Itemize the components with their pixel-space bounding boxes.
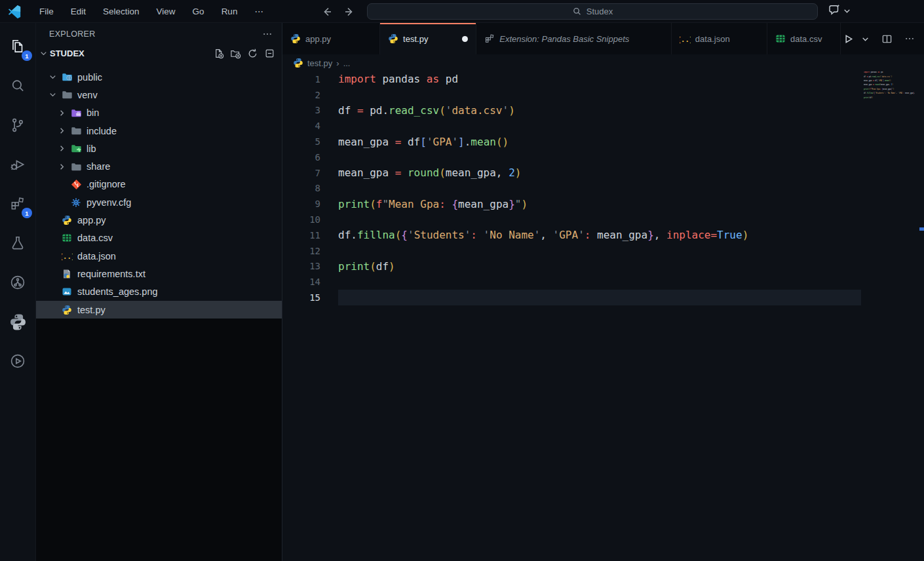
menu-edit[interactable]: Edit <box>62 0 94 23</box>
tab-bar: app.py test.py Extension: Pandas Basic S… <box>282 23 924 54</box>
tree-item-students-ages-png[interactable]: students_ages.png <box>36 283 282 301</box>
tree-item-app-py[interactable]: app.py <box>36 211 282 229</box>
tree-item-label: public <box>77 72 102 83</box>
tree-item--gitignore[interactable]: .gitignore <box>36 176 282 193</box>
copilot-chat-icon <box>827 3 841 18</box>
code-line-6[interactable]: 6 <box>282 149 858 165</box>
new-file-button[interactable] <box>213 48 224 59</box>
folder-gray-icon <box>71 125 82 136</box>
code-line-10[interactable]: 10 <box>282 212 858 227</box>
tree-item-share[interactable]: share <box>36 157 282 175</box>
code-line-5[interactable]: 5mean_gpa = df['GPA'].mean() <box>282 134 858 149</box>
editor-more-actions[interactable] <box>903 32 916 45</box>
line-number: 2 <box>282 90 320 100</box>
play-circle-icon <box>9 353 26 370</box>
tab-data-json[interactable]: {..} data.json <box>672 23 767 54</box>
menu-go[interactable]: Go <box>184 0 213 23</box>
line-number: 1 <box>282 74 320 85</box>
tab-test-py[interactable]: test.py <box>380 23 476 54</box>
code-line-3[interactable]: 3df = pd.read_csv('data.csv') <box>282 103 858 119</box>
tree-item-include[interactable]: include <box>36 122 282 140</box>
editor-group: app.py test.py Extension: Pandas Basic S… <box>282 23 924 561</box>
menu-view[interactable]: View <box>148 0 184 23</box>
activity-run-debug[interactable] <box>3 149 33 180</box>
modified-dot-icon[interactable] <box>462 36 468 42</box>
tree-item-label: test.py <box>77 305 106 315</box>
code-line-8[interactable]: 8 <box>282 181 858 197</box>
code-editor[interactable]: 1import pandas as pd23df = pd.read_csv('… <box>282 71 924 561</box>
folder-public-icon <box>62 71 73 83</box>
line-number: 11 <box>282 230 320 241</box>
code-text: df.fillna({'Students': 'No Name', 'GPA':… <box>320 229 748 241</box>
minimap[interactable]: import pandas as pd df = pd.read_csv('da… <box>864 71 915 203</box>
python-file-icon <box>388 33 398 44</box>
menu-file[interactable]: File <box>31 0 62 23</box>
sidebar-empty-area <box>36 319 282 561</box>
activity-explorer[interactable]: 1 <box>3 31 33 62</box>
python-icon <box>62 305 73 315</box>
chevron-down-icon <box>48 72 62 82</box>
tree-item-bin[interactable]: bin <box>36 104 282 122</box>
tree-item-test-py[interactable]: test.py <box>36 301 282 319</box>
code-line-13[interactable]: 13print(df) <box>282 259 858 275</box>
project-name: STUDEX <box>50 48 85 58</box>
code-text: print(df) <box>320 260 395 273</box>
refresh-explorer-button[interactable] <box>247 48 258 59</box>
search-icon <box>572 7 582 16</box>
breadcrumb-more[interactable]: ... <box>343 58 351 68</box>
tab-extension-pandas[interactable]: Extension: Pandas Basic Snippets <box>476 23 672 54</box>
code-line-9[interactable]: 9print(f"Mean Gpa: {mean_gpa}") <box>282 196 858 212</box>
run-dropdown[interactable] <box>860 33 871 45</box>
code-line-12[interactable]: 12 <box>282 243 858 259</box>
back-arrow-icon[interactable] <box>321 5 334 18</box>
extensions-icon <box>484 33 495 44</box>
code-line-2[interactable]: 2 <box>282 87 858 103</box>
activity-source-control[interactable] <box>3 109 33 141</box>
tab-label: test.py <box>403 34 428 44</box>
chevron-right-icon <box>57 126 71 136</box>
menu-selection[interactable]: Selection <box>94 0 148 23</box>
tree-item-label: data.json <box>77 251 116 261</box>
explorer-actions <box>213 48 275 59</box>
overview-ruler-marker <box>919 227 924 231</box>
explorer-sidebar: EXPLORER STUDEX publicvenvbinincludelibs… <box>36 23 282 561</box>
tree-item-data-csv[interactable]: data.csv <box>36 229 282 247</box>
forward-arrow-icon[interactable] <box>342 5 355 18</box>
new-folder-button[interactable] <box>230 48 241 59</box>
menu-run[interactable]: Run <box>213 0 246 23</box>
activity-testing[interactable] <box>3 227 33 259</box>
tree-item-public[interactable]: public <box>36 68 282 86</box>
menu-bar: File Edit Selection View Go Run ⋯ <box>31 0 272 23</box>
breadcrumb-file[interactable]: test.py <box>307 58 332 68</box>
code-line-14[interactable]: 14 <box>282 274 858 290</box>
activity-git-graph[interactable] <box>3 267 33 298</box>
tab-data-csv[interactable]: data.csv <box>767 23 841 54</box>
tree-item-requirements-txt[interactable]: requirements.txt <box>36 265 282 282</box>
code-line-7[interactable]: 7mean_gpa = round(mean_gpa, 2) <box>282 165 858 181</box>
tree-item-pyvenv-cfg[interactable]: pyvenv.cfg <box>36 193 282 211</box>
activity-code-runner[interactable] <box>3 345 33 377</box>
activity-search[interactable] <box>3 70 33 102</box>
run-button[interactable] <box>841 31 856 47</box>
tree-item-venv[interactable]: venv <box>36 86 282 104</box>
collapse-folders-button[interactable] <box>264 48 275 59</box>
tree-item-lib[interactable]: lib <box>36 140 282 157</box>
commit-graph-icon <box>9 274 26 291</box>
code-line-15[interactable]: 15 <box>282 290 858 305</box>
split-editor-button[interactable] <box>880 32 894 46</box>
sidebar-header: EXPLORER <box>36 23 282 45</box>
copilot-menu[interactable] <box>827 3 851 18</box>
menu-more[interactable]: ⋯ <box>246 0 272 23</box>
code-line-1[interactable]: 1import pandas as pd <box>282 71 858 87</box>
folder-section-header[interactable]: STUDEX <box>36 45 282 62</box>
activity-python[interactable] <box>3 306 33 338</box>
tab-app-py[interactable]: app.py <box>282 23 380 54</box>
python-file-icon <box>293 58 303 68</box>
command-center-search[interactable]: Studex <box>367 3 818 20</box>
explorer-more-actions[interactable] <box>262 29 273 39</box>
code-line-4[interactable]: 4 <box>282 118 858 134</box>
code-text: df = pd.read_csv('data.csv') <box>320 104 515 117</box>
activity-extensions[interactable]: 1 <box>3 188 33 220</box>
tree-item-data-json[interactable]: {..}data.json <box>36 247 282 265</box>
code-line-11[interactable]: 11df.fillna({'Students': 'No Name', 'GPA… <box>282 227 858 243</box>
